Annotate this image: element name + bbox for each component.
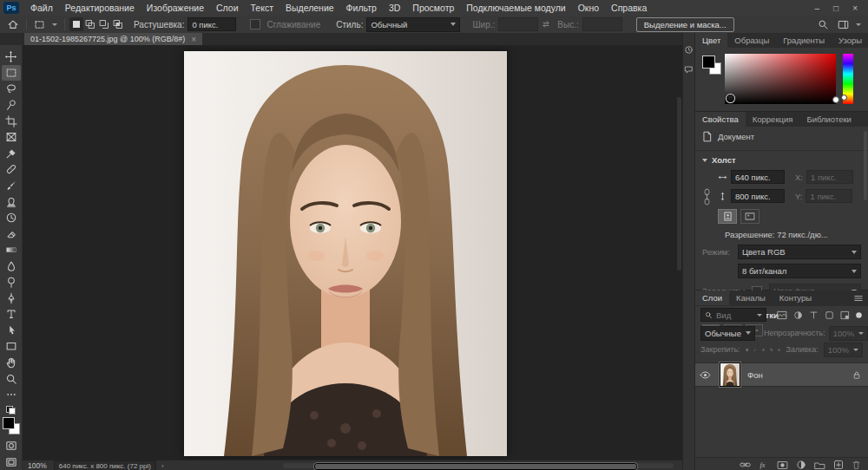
- close-icon[interactable]: ×: [852, 3, 858, 13]
- bit-depth-select[interactable]: 8 бит/канал: [738, 264, 861, 278]
- history-brush-tool[interactable]: [2, 210, 21, 226]
- tab-gradients[interactable]: Градиенты: [776, 33, 832, 48]
- menu-help[interactable]: Справка: [605, 0, 653, 16]
- status-chevron-icon[interactable]: ›: [161, 462, 164, 470]
- new-group-icon[interactable]: [814, 460, 825, 470]
- path-selection-tool[interactable]: [2, 323, 21, 339]
- subtract-from-selection-button[interactable]: [97, 17, 111, 31]
- open-image[interactable]: [184, 51, 507, 456]
- home-icon[interactable]: [4, 17, 22, 31]
- brush-tool[interactable]: [2, 178, 21, 194]
- horizontal-scrollbar[interactable]: [283, 463, 674, 468]
- search-icon[interactable]: [818, 19, 829, 30]
- menu-image[interactable]: Изображение: [141, 0, 210, 16]
- tab-color[interactable]: Цвет: [695, 33, 727, 48]
- opacity-input[interactable]: 100%: [829, 326, 868, 341]
- layer-row-background[interactable]: Фон: [695, 362, 868, 387]
- intersect-selection-button[interactable]: [111, 17, 125, 31]
- canvas-y-input[interactable]: 1 пикс.: [806, 189, 852, 203]
- filter-shape-layers-icon[interactable]: [825, 310, 834, 320]
- edit-toolbar-icon[interactable]: [2, 387, 21, 403]
- move-tool[interactable]: [2, 49, 21, 65]
- marquee-tool-preset-button[interactable]: [31, 17, 60, 31]
- gradient-tool[interactable]: [2, 242, 21, 258]
- type-tool[interactable]: [2, 306, 21, 323]
- layer-filter-search[interactable]: Вид: [700, 308, 766, 322]
- maximize-icon[interactable]: □: [833, 3, 838, 13]
- menu-type[interactable]: Текст: [245, 0, 279, 16]
- menu-filter[interactable]: Фильтр: [340, 0, 383, 16]
- eraser-tool[interactable]: [2, 225, 21, 242]
- width-input[interactable]: [498, 17, 538, 31]
- menu-select[interactable]: Выделение: [279, 0, 340, 16]
- canvas-section-header[interactable]: Холст: [695, 155, 868, 165]
- screen-mode-button[interactable]: [2, 454, 21, 470]
- tab-properties[interactable]: Свойства: [695, 112, 746, 127]
- new-selection-button[interactable]: [69, 17, 83, 31]
- style-select[interactable]: Обычный: [366, 17, 460, 32]
- comments-panel-icon[interactable]: [684, 65, 694, 75]
- hue-marker-dot[interactable]: [841, 95, 847, 101]
- layer-filtering-toggle[interactable]: [855, 311, 863, 319]
- dodge-tool[interactable]: [2, 274, 21, 290]
- color-mode-select[interactable]: Цвета RGB: [738, 245, 861, 259]
- delete-layer-icon[interactable]: [852, 460, 861, 470]
- minimize-icon[interactable]: –: [815, 3, 820, 13]
- document-tab[interactable]: 01-1502-1985267725.jpg @ 100% (RGB/8#) ×: [24, 33, 202, 45]
- rectangle-tool[interactable]: [2, 338, 21, 355]
- quick-mask-button[interactable]: [2, 438, 21, 454]
- layer-visibility-toggle[interactable]: [695, 371, 714, 379]
- canvas-width-input[interactable]: 640 пикс.: [731, 170, 785, 184]
- height-input[interactable]: [582, 17, 622, 31]
- layer-thumbnail[interactable]: [720, 362, 740, 387]
- select-and-mask-button[interactable]: Выделение и маска...: [636, 17, 734, 32]
- add-to-selection-button[interactable]: [83, 17, 97, 31]
- layer-effects-icon[interactable]: fx: [759, 460, 769, 470]
- crop-tool[interactable]: [2, 113, 21, 129]
- menu-plugins[interactable]: Подключаемые модули: [460, 0, 571, 16]
- menu-window[interactable]: Окно: [572, 0, 605, 16]
- menu-view[interactable]: Просмотр: [406, 0, 460, 16]
- feather-input[interactable]: 0 пикс.: [187, 17, 236, 31]
- panel-menu-icon[interactable]: [854, 290, 868, 305]
- add-layer-mask-icon[interactable]: [777, 460, 788, 470]
- portrait-orientation-button[interactable]: [718, 209, 737, 224]
- clone-stamp-tool[interactable]: [2, 193, 21, 210]
- color-picker-ring[interactable]: [727, 95, 734, 102]
- hand-tool[interactable]: [2, 355, 21, 371]
- link-dimensions-icon[interactable]: [695, 169, 718, 224]
- workspace-switcher-button[interactable]: [838, 19, 861, 30]
- lock-image-pixels-icon[interactable]: [753, 345, 756, 355]
- zoom-tool[interactable]: [2, 370, 21, 387]
- zoom-level[interactable]: 100%: [28, 461, 47, 470]
- history-panel-icon[interactable]: [684, 45, 694, 55]
- blend-mode-select[interactable]: Обычные: [700, 326, 755, 341]
- default-colors-icon[interactable]: [6, 406, 16, 415]
- vertical-scrollbar[interactable]: [677, 97, 681, 271]
- filter-type-layers-icon[interactable]: [809, 310, 819, 320]
- quick-selection-tool[interactable]: [2, 97, 21, 114]
- antialias-checkbox[interactable]: [250, 19, 260, 29]
- filter-pixel-layers-icon[interactable]: [777, 310, 787, 320]
- saturation-brightness-field[interactable]: [725, 54, 836, 104]
- landscape-orientation-button[interactable]: [740, 209, 760, 224]
- canvas-height-input[interactable]: 800 пикс.: [731, 189, 785, 203]
- foreground-color-swatch[interactable]: [702, 55, 715, 69]
- layer-name[interactable]: Фон: [747, 370, 763, 380]
- pen-tool[interactable]: [2, 290, 21, 306]
- hue-slider[interactable]: [843, 54, 853, 104]
- lock-position-icon[interactable]: [762, 345, 765, 355]
- scrollbar-thumb[interactable]: [314, 463, 637, 470]
- panel-scrollbar[interactable]: [864, 131, 867, 200]
- lock-transparent-pixels-icon[interactable]: [746, 345, 748, 355]
- canvas-area[interactable]: [23, 45, 682, 460]
- menu-3d[interactable]: 3D: [383, 0, 406, 16]
- filter-smart-objects-icon[interactable]: [840, 310, 850, 320]
- swap-dimensions-icon[interactable]: [538, 17, 554, 31]
- tab-patterns[interactable]: Узоры: [832, 33, 868, 48]
- layer-fill-input[interactable]: 100%: [824, 343, 863, 357]
- eyedropper-tool[interactable]: [2, 145, 21, 161]
- frame-tool[interactable]: [2, 129, 21, 146]
- tab-adjustments[interactable]: Коррекция: [746, 112, 800, 127]
- lock-artboard-icon[interactable]: [770, 345, 773, 355]
